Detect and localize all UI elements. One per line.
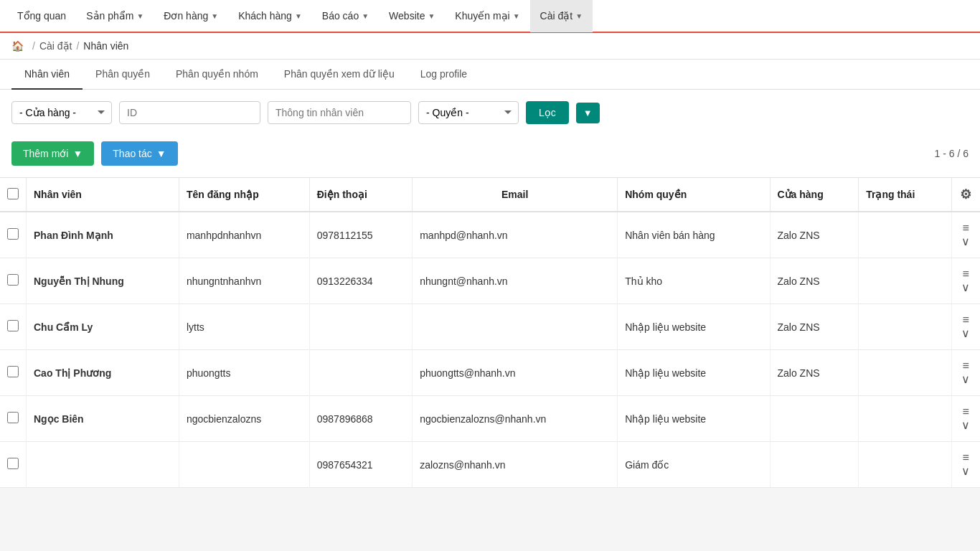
breadcrumb-separator2: /: [76, 40, 79, 52]
table-row: Phan Đình Mạnh manhpdnhanhvn 0978112155 …: [0, 212, 980, 258]
row-menu-button[interactable]: ≡ ∨: [959, 405, 974, 432]
row-menu-button[interactable]: ≡ ∨: [959, 268, 974, 294]
cell-menu[interactable]: ≡ ∨: [951, 258, 980, 304]
table-row: Cao Thị Phương phuongtts phuongtts@nhanh…: [0, 350, 980, 396]
cell-name: Ngọc Biên: [27, 396, 179, 442]
dropdown-arrow: ▼: [428, 12, 435, 20]
tab-logprofile[interactable]: Log profile: [407, 60, 480, 90]
nav-item-caidat[interactable]: Cài đặt ▼: [530, 0, 593, 32]
store-filter[interactable]: - Cửa hàng -: [11, 101, 112, 124]
row-checkbox-2[interactable]: [7, 320, 19, 331]
row-checkbox-0[interactable]: [7, 228, 19, 240]
cell-store: [770, 396, 859, 442]
row-menu-button[interactable]: ≡ ∨: [959, 222, 974, 248]
role-filter[interactable]: - Quyền -: [418, 101, 519, 124]
cell-menu[interactable]: ≡ ∨: [951, 212, 980, 258]
cell-status: [859, 258, 951, 304]
filter-expand-button[interactable]: ▼: [576, 103, 600, 123]
cell-username: manhpdnhanhvn: [179, 212, 309, 258]
tab-phanquyenxem[interactable]: Phân quyền xem dữ liệu: [271, 60, 407, 90]
col-phone: Điện thoại: [309, 178, 412, 212]
cell-menu[interactable]: ≡ ∨: [951, 396, 980, 442]
settings-gear-icon[interactable]: ⚙: [960, 187, 971, 202]
row-checkbox-cell[interactable]: [0, 350, 27, 396]
info-filter[interactable]: [268, 101, 411, 124]
cell-username: phuongtts: [179, 350, 309, 396]
cell-email: [413, 304, 618, 350]
cell-phone: 0978112155: [309, 212, 412, 258]
tab-phanquyen[interactable]: Phân quyền: [83, 60, 163, 90]
home-icon[interactable]: 🏠: [11, 40, 24, 52]
dropdown-arrow: ▼: [295, 12, 302, 20]
cell-username: ngocbienzalozns: [179, 396, 309, 442]
row-checkbox-cell[interactable]: [0, 212, 27, 258]
cell-phone: 0987654321: [309, 442, 412, 488]
table-row: Ngọc Biên ngocbienzalozns 0987896868 ngo…: [0, 396, 980, 442]
row-checkbox-5[interactable]: [7, 458, 19, 469]
row-checkbox-1[interactable]: [7, 274, 19, 286]
cell-username: nhungntnhanhvn: [179, 258, 309, 304]
cell-menu[interactable]: ≡ ∨: [951, 304, 980, 350]
row-checkbox-4[interactable]: [7, 412, 19, 423]
cell-role: Nhân viên bán hàng: [618, 212, 770, 258]
table-row: Nguyễn Thị Nhung nhungntnhanhvn 09132263…: [0, 258, 980, 304]
cell-email: zalozns@nhanh.vn: [413, 442, 618, 488]
cell-store: Zalo ZNS: [770, 304, 859, 350]
row-checkbox-3[interactable]: [7, 366, 19, 377]
row-menu-button[interactable]: ≡ ∨: [959, 314, 974, 340]
tab-bar: Nhân viên Phân quyền Phân quyền nhóm Phâ…: [0, 60, 980, 90]
add-button[interactable]: Thêm mới ▼: [11, 141, 94, 166]
col-name: Nhân viên: [27, 178, 179, 212]
cell-store: Zalo ZNS: [770, 258, 859, 304]
nav-item-khuyenmai[interactable]: Khuyến mại ▼: [445, 0, 529, 32]
row-menu-button[interactable]: ≡ ∨: [959, 359, 974, 386]
tab-phanquyennhom[interactable]: Phân quyền nhóm: [163, 60, 271, 90]
dropdown-arrow-icon: ▼: [156, 148, 166, 159]
col-username: Tên đăng nhập: [179, 178, 309, 212]
nav-item-website[interactable]: Website ▼: [379, 0, 445, 32]
select-all-header[interactable]: [0, 178, 27, 212]
cell-role: Nhập liệu website: [618, 350, 770, 396]
row-checkbox-cell[interactable]: [0, 304, 27, 350]
row-checkbox-cell[interactable]: [0, 258, 27, 304]
main-content: Nhân viên Phân quyền Phân quyền nhóm Phâ…: [0, 60, 980, 488]
select-all-checkbox[interactable]: [7, 188, 19, 199]
cell-username: [179, 442, 309, 488]
breadcrumb-separator: /: [32, 40, 35, 52]
cell-name: Chu Cẩm Ly: [27, 304, 179, 350]
id-filter[interactable]: [119, 101, 260, 124]
cell-menu[interactable]: ≡ ∨: [951, 350, 980, 396]
nav-item-khachhang[interactable]: Khách hàng ▼: [228, 0, 312, 32]
nav-item-sanpham[interactable]: Sản phẩm ▼: [76, 0, 154, 32]
cell-phone: 0987896868: [309, 396, 412, 442]
cell-email: phuongtts@nhanh.vn: [413, 350, 618, 396]
col-settings[interactable]: ⚙: [951, 178, 980, 212]
cell-store: [770, 442, 859, 488]
row-checkbox-cell[interactable]: [0, 442, 27, 488]
row-menu-button[interactable]: ≡ ∨: [959, 451, 974, 478]
nav-item-tongquan[interactable]: Tổng quan: [7, 0, 76, 32]
col-store: Cửa hàng: [770, 178, 859, 212]
cell-status: [859, 396, 951, 442]
table-row: 0987654321 zalozns@nhanh.vn Giám đốc ≡ ∨: [0, 442, 980, 488]
tab-nhanvien[interactable]: Nhân viên: [11, 60, 83, 90]
action-button[interactable]: Thao tác ▼: [101, 141, 177, 166]
nav-item-baocao[interactable]: Báo cáo ▼: [312, 0, 379, 32]
row-checkbox-cell[interactable]: [0, 396, 27, 442]
breadcrumb-current: Nhân viên: [83, 40, 128, 52]
cell-menu[interactable]: ≡ ∨: [951, 442, 980, 488]
cell-email: nhungnt@nhanh.vn: [413, 258, 618, 304]
col-email: Email: [413, 178, 618, 212]
top-nav: Tổng quan Sản phẩm ▼ Đơn hàng ▼ Khách hà…: [0, 0, 980, 33]
employee-table: Nhân viên Tên đăng nhập Điện thoại Email…: [0, 177, 980, 488]
cell-phone: [309, 350, 412, 396]
breadcrumb: 🏠 / Cài đặt / Nhân viên: [0, 33, 980, 60]
cell-email: manhpd@nhanh.vn: [413, 212, 618, 258]
filter-button[interactable]: Lọc: [526, 101, 569, 124]
nav-item-donhang[interactable]: Đơn hàng ▼: [154, 0, 228, 32]
cell-status: [859, 442, 951, 488]
breadcrumb-caidat[interactable]: Cài đặt: [39, 40, 72, 52]
dropdown-arrow: ▼: [575, 12, 583, 20]
dropdown-arrow: ▼: [211, 12, 218, 20]
cell-phone: [309, 304, 412, 350]
